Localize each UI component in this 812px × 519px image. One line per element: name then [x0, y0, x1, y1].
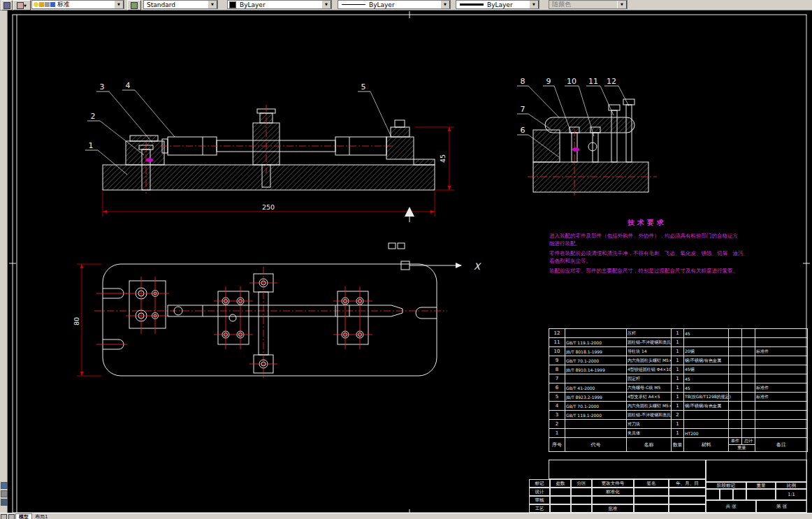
front-view: 1 2 3 4 5 250 45: [85, 81, 454, 217]
bom-cell-unit: [729, 338, 742, 347]
titleblock-approve: 批准: [592, 504, 634, 513]
toolbar-button-layers[interactable]: ▼: [13, 0, 31, 10]
titleblock-date: 年、月、日: [669, 479, 706, 488]
titleblock-stage-cell: [733, 489, 746, 500]
tool-icon[interactable]: [1, 490, 8, 497]
pencil-icon: [3, 2, 10, 9]
toolbar-button-make-current[interactable]: [127, 0, 141, 10]
bom-cell-material: T8(按GB/T1298的规定): [684, 393, 729, 402]
titleblock-cell: [550, 488, 571, 496]
highlight-part-2: [572, 147, 579, 152]
bom-cell-name: 固定杆: [627, 374, 672, 383]
bom-cell-total: [742, 411, 755, 420]
bom-cell-material: 钢/不锈钢/有色金属: [684, 402, 729, 411]
callout-9: 9: [546, 77, 551, 86]
titleblock-cell: [571, 496, 592, 504]
tab-scroll-right-icon[interactable]: [8, 514, 15, 519]
tab-scroll-left-icon[interactable]: [1, 514, 7, 519]
titleblock-weight: 重量: [746, 482, 776, 489]
bom-cell-name: 4型支承钉 A4×5: [627, 393, 672, 402]
bom-cell-code: [565, 329, 627, 338]
color-combo[interactable]: ByLayer ▼: [227, 0, 332, 9]
bom-cell-num: 11: [549, 338, 565, 347]
bom-cell-qty: 1: [672, 429, 684, 438]
bom-cell-total: [742, 383, 755, 393]
titleblock-mark: 标记: [529, 479, 550, 488]
titleblock-cell: [571, 504, 592, 513]
toolbar-button-undo[interactable]: [1, 0, 13, 10]
callout-10: 10: [567, 77, 577, 86]
dropdown-arrow-icon[interactable]: ▼: [440, 0, 450, 9]
bom-row: 12压杆145: [549, 329, 808, 338]
tech-req-title: 技术要求: [549, 218, 745, 228]
bom-header-remark: 备注: [755, 438, 808, 452]
titleblock-scale-value: 1:1: [776, 489, 807, 500]
titleblock-cell: [634, 496, 669, 504]
plotstyle-combo: 随颜色 ▼: [549, 0, 628, 9]
axis-indicator: X: [389, 207, 481, 272]
tool-icon[interactable]: [1, 482, 8, 489]
titleblock-weight-value: [746, 489, 776, 500]
tab-model[interactable]: 模型: [15, 513, 32, 519]
bom-cell-total: [742, 338, 755, 347]
bom-cell-unit: [729, 383, 742, 393]
linetype-preview-icon: [342, 4, 365, 5]
dim-height: 45: [439, 154, 447, 163]
dim-width: 80: [73, 317, 80, 326]
bom-cell-remark: [755, 374, 808, 383]
bom-cell-name: 六角螺母-C级 M5: [627, 383, 672, 393]
layer-color-icon: [50, 2, 55, 7]
bom-cell-total: [742, 374, 755, 383]
bom-cell-code: GB/T 70.1-2000: [565, 356, 627, 365]
bom-row: 8JB/T 8910.14-19994型铰链圆柱销 Φ4×10145钢: [549, 365, 808, 374]
dropdown-arrow-icon[interactable]: ▼: [321, 0, 331, 9]
layer-combo[interactable]: 标准 ▼: [31, 0, 124, 9]
titleblock-stage: 阶段标记: [706, 482, 746, 489]
linetype-combo[interactable]: ByLayer ▼: [338, 0, 451, 9]
callout-1: 1: [89, 141, 94, 150]
bom-row: 3GB/T 119.1-2000圆柱销-不淬硬钢和奥氏体不锈钢 Φ5×182: [549, 411, 808, 420]
lineweight-combo-value: ByLayer: [487, 1, 513, 8]
side-view: 6 7 8 9 10 11 12: [517, 77, 657, 196]
bom-row: 11GB/T 119.1-2000圆柱销-不淬硬钢和奥氏体不锈钢 Φ5×301: [549, 338, 808, 347]
bom-header-name: 名称: [627, 438, 672, 452]
bom-cell-num: 2: [549, 420, 565, 429]
callout-6: 6: [521, 126, 525, 135]
callout-7: 7: [521, 105, 525, 114]
bom-cell-name: 夹具体: [627, 429, 672, 438]
bom-header-total: 总计: [742, 438, 755, 444]
callout-4: 4: [126, 81, 131, 90]
title-block: 标记 处数 分区 更改文件号 签名 年、月、日 设计 标准化 审核 工艺 批准 …: [529, 460, 807, 513]
bom-cell-material: HT200: [684, 429, 729, 438]
bom-cell-qty: 1: [672, 365, 684, 374]
dropdown-arrow-icon: ▼: [24, 3, 27, 8]
tech-req-line: 着色剂和灰尘等。: [549, 257, 745, 265]
tech-req-line: 零件在装配前必须清理和清洗干净，不得有毛刺、飞边、氧化皮、锈蚀、切屑、油污、: [549, 249, 745, 257]
dropdown-arrow-icon[interactable]: ▼: [529, 0, 539, 9]
tool-icon[interactable]: [1, 499, 8, 506]
bom-cell-qty: 1: [672, 393, 684, 402]
bom-header-qty: 数量: [672, 438, 684, 452]
bom-cell-num: 7: [549, 374, 565, 383]
tab-layout1[interactable]: 布局1: [32, 514, 50, 519]
bom-cell-total: [742, 420, 755, 429]
titleblock-cell: [592, 496, 634, 504]
bom-cell-remark: 标准件: [755, 383, 808, 393]
dropdown-arrow-icon[interactable]: ▼: [208, 0, 217, 9]
style-combo[interactable]: Standard ▼: [143, 0, 218, 9]
bom-cell-code: [565, 374, 627, 383]
tech-req-line: 进入装配的零件及部件（包括外购件、外协件），均必须具有检验部门的合格证方: [549, 232, 745, 240]
titleblock-count: 处数: [550, 479, 571, 488]
dropdown-arrow-icon[interactable]: ▼: [114, 0, 124, 9]
titleblock-cell: [634, 504, 669, 513]
bom-cell-material: [684, 411, 729, 420]
bom-cell-code: GB/T 41-2000: [565, 383, 627, 393]
bom-cell-material: 钢/不锈钢/有色金属: [684, 356, 729, 365]
bom-cell-total: [742, 429, 755, 438]
bom-cell-unit: [729, 356, 742, 365]
bom-cell-unit: [729, 429, 742, 438]
layer-freeze-icon: [39, 2, 44, 7]
bom-cell-remark: [755, 365, 808, 374]
lineweight-combo[interactable]: ByLayer ▼: [456, 0, 539, 9]
bom-row: 9GB/T 70.1-2000内六角圆柱头螺钉 M5×121钢/不锈钢/有色金属: [549, 356, 808, 365]
